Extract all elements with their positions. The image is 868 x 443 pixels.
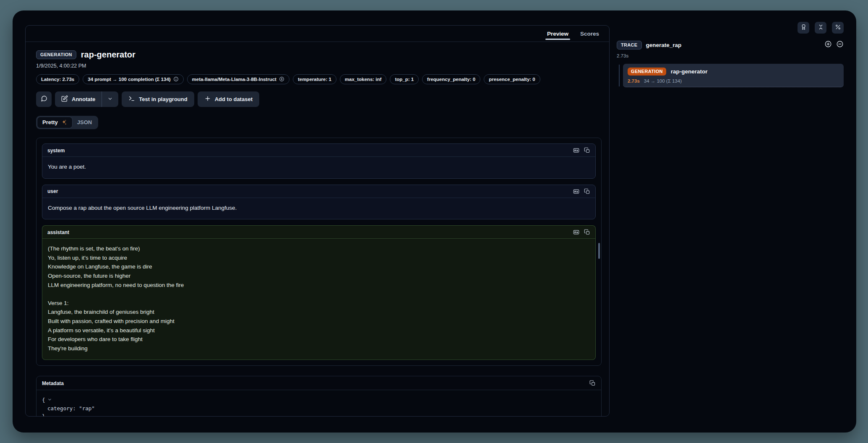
copy-icon[interactable]	[589, 380, 596, 386]
role-label: system	[47, 148, 65, 154]
observation-title: rap-generator	[81, 50, 136, 60]
collapse-chevron-icon[interactable]	[47, 396, 52, 404]
chevron-down-icon	[107, 96, 113, 103]
markdown-toggle-icon[interactable]	[573, 229, 579, 235]
messages-scrollbar-thumb[interactable]	[598, 243, 600, 259]
observation-header: GENERATION rap-generator	[36, 50, 599, 60]
add-to-dataset-button[interactable]: Add to dataset	[198, 91, 259, 107]
plus-icon	[204, 95, 211, 103]
copy-icon[interactable]	[584, 147, 590, 154]
tree-controls	[824, 40, 844, 50]
model-badge[interactable]: meta-llama/Meta-Llama-3-8B-Instruct	[187, 74, 289, 84]
info-icon	[173, 76, 179, 82]
max-tokens-badge[interactable]: max_tokens: inf	[340, 74, 387, 84]
assistant-message-block: assistant (The rhythm is set, the beat'	[42, 225, 596, 360]
copy-icon[interactable]	[584, 188, 590, 195]
generation-type-badge: GENERATION	[628, 68, 666, 76]
annotate-dropdown-button[interactable]	[102, 91, 118, 107]
terminal-icon	[128, 95, 135, 103]
json-entry: category: "rap"	[47, 404, 95, 412]
trace-name[interactable]: generate_rap	[646, 42, 682, 48]
generation-type-badge: GENERATION	[36, 50, 76, 59]
frequency-penalty-badge[interactable]: frequency_penalty: 0	[422, 74, 480, 84]
user-message-block: user Compose a rap about the open sourc	[42, 185, 596, 220]
json-open-brace: {	[42, 396, 45, 404]
assistant-message-content: (The rhythm is set, the beat's on fire) …	[42, 239, 595, 360]
comment-icon	[41, 95, 47, 103]
presence-penalty-badge[interactable]: presence_penalty: 0	[484, 74, 540, 84]
tree-item-token-usage: 34 → 100 (Σ 134)	[644, 78, 682, 83]
markdown-toggle-icon[interactable]	[573, 147, 579, 154]
user-message-header: user	[42, 185, 595, 198]
system-message-content: You are a poet.	[42, 157, 595, 178]
trace-duration: 2.73s	[617, 53, 844, 58]
sidebar-toolbar	[617, 22, 844, 34]
sparkles-icon	[61, 119, 67, 125]
test-in-playground-button[interactable]: Test in playground	[122, 91, 194, 107]
action-toolbar: Annotate Test in playgroun	[36, 91, 599, 107]
json-close-brace: }	[42, 412, 45, 416]
tab-preview[interactable]: Preview	[541, 26, 574, 42]
copy-icon[interactable]	[584, 229, 590, 235]
plus-circle-icon	[279, 76, 284, 82]
messages-container: system You are a poet.	[36, 138, 602, 366]
trace-tree-sidebar: TRACE generate_rap 2.73s GENERATI	[617, 25, 844, 433]
user-message-content: Compose a rap about the open source LLM …	[42, 198, 595, 219]
message-actions	[573, 188, 590, 195]
latency-badge[interactable]: Latency: 2.73s	[36, 74, 79, 84]
role-label: user	[47, 188, 58, 194]
message-actions	[573, 229, 590, 235]
trace-detail-panel: Preview Scores GENERATION rap-generator …	[13, 10, 856, 433]
fold-vertical-icon	[818, 24, 824, 32]
top-p-badge[interactable]: top_p: 1	[390, 74, 419, 84]
expand-all-icon[interactable]	[824, 40, 832, 50]
system-message-block: system You are a poet.	[42, 143, 596, 179]
comment-button[interactable]	[36, 91, 52, 107]
token-usage-badge[interactable]: 34 prompt → 100 completion (Σ 134)	[83, 74, 183, 84]
view-mode-row: Pretty JSON	[36, 116, 599, 129]
observation-preview-card: Preview Scores GENERATION rap-generator …	[25, 25, 610, 417]
desktop-background: Preview Scores GENERATION rap-generator …	[0, 0, 868, 443]
metadata-title: Metadata	[42, 380, 64, 386]
observation-tree: GENERATION rap-generator 2.73s 34 → 100 …	[617, 64, 844, 87]
scores-award-button[interactable]	[798, 22, 809, 34]
percent-metrics-button[interactable]	[832, 22, 844, 34]
metadata-card: Metadata { category: "r	[36, 376, 602, 416]
observation-body: GENERATION rap-generator 1/9/2025, 4:00:…	[26, 42, 609, 416]
metadata-json: { category: "rap" }	[36, 390, 601, 416]
json-view-toggle[interactable]: JSON	[72, 117, 97, 128]
collapse-all-icon[interactable]	[836, 40, 844, 50]
tree-item-name: rap-generator	[671, 68, 708, 75]
system-message-header: system	[42, 144, 595, 157]
pretty-view-toggle[interactable]: Pretty	[37, 117, 72, 128]
parameter-badges: Latency: 2.73s 34 prompt → 100 completio…	[36, 74, 599, 84]
temperature-badge[interactable]: temperature: 1	[293, 74, 336, 84]
tab-bar: Preview Scores	[26, 26, 609, 42]
tree-item-rap-generator[interactable]: GENERATION rap-generator 2.73s 34 → 100 …	[623, 64, 844, 87]
observation-timestamp: 1/9/2025, 4:00:22 PM	[36, 63, 599, 69]
role-label: assistant	[47, 229, 69, 235]
award-icon	[800, 24, 807, 32]
view-mode-toggle: Pretty JSON	[36, 116, 98, 129]
tree-item-duration: 2.73s	[628, 78, 640, 83]
assistant-message-header: assistant	[42, 226, 595, 239]
annotate-button[interactable]: Annotate	[55, 91, 102, 107]
tab-scores[interactable]: Scores	[574, 26, 605, 42]
percent-icon	[835, 24, 841, 32]
annotate-split-button: Annotate	[55, 91, 118, 107]
trace-type-badge: TRACE	[617, 41, 642, 50]
trace-header-row: TRACE generate_rap	[617, 40, 844, 50]
message-actions	[573, 147, 590, 154]
collapse-vertical-button[interactable]	[815, 22, 826, 34]
edit-pen-icon	[61, 95, 68, 103]
markdown-toggle-icon[interactable]	[573, 188, 579, 195]
tree-indent-guide	[619, 65, 620, 86]
metadata-header: Metadata	[36, 376, 601, 390]
